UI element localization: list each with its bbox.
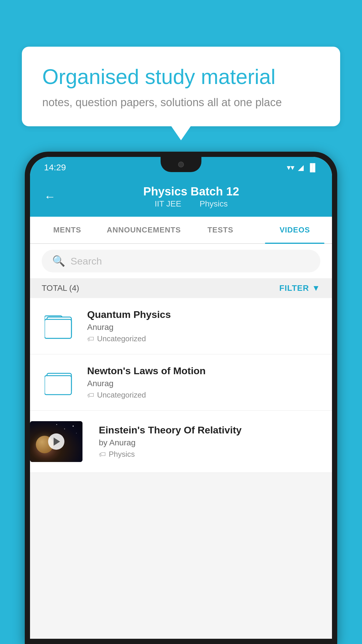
tag-icon: 🏷 [87,335,94,343]
einstein-thumbnail [30,421,82,462]
filter-button[interactable]: FILTER ▼ [279,284,320,293]
back-button[interactable]: ← [44,190,56,203]
phone-inner: 14:29 ▾▾ ◢ ▐▌ ← Physics Batch 12 IIT JEE [30,157,332,639]
folder-icon [45,369,74,396]
tag-text: Physics [109,450,135,459]
video-title: Quantum Physics [87,309,320,320]
folder-icon [45,313,74,339]
video-title: Newton's Laws of Motion [87,365,320,377]
video-tag: 🏷 Physics [99,450,320,459]
video-list: Quantum Physics Anurag 🏷 Uncategorized [30,298,332,473]
video-info-quantum: Quantum Physics Anurag 🏷 Uncategorized [87,309,320,343]
header-center: Physics Batch 12 IIT JEE Physics [64,185,318,209]
video-info-einstein: Einstein's Theory Of Relativity by Anura… [93,424,320,459]
header-title: Physics Batch 12 [64,185,318,198]
video-title: Einstein's Theory Of Relativity [99,424,320,436]
video-thumb-quantum [42,309,77,344]
header-subtitle-physics: Physics [200,199,228,208]
tag-text: Uncategorized [97,391,146,400]
space-background [30,421,82,462]
notch [161,157,201,172]
app-header: ← Physics Batch 12 IIT JEE Physics [30,178,332,217]
star3 [56,424,57,425]
search-placeholder-text: Search [71,256,102,267]
status-bar: 14:29 ▾▾ ◢ ▐▌ [30,157,332,178]
star2 [64,428,65,429]
video-tag: 🏷 Uncategorized [87,334,320,343]
battery-icon: ▐▌ [307,163,318,172]
phone-frame: 14:29 ▾▾ ◢ ▐▌ ← Physics Batch 12 IIT JEE [25,152,337,644]
video-author: Anurag [87,323,320,332]
tag-icon: 🏷 [99,450,106,459]
play-button[interactable] [48,433,64,450]
wifi-icon: ▾▾ [287,163,294,172]
list-item[interactable]: Quantum Physics Anurag 🏷 Uncategorized [30,298,332,354]
filter-label: FILTER [279,284,309,293]
filter-funnel-icon: ▼ [312,284,320,293]
search-icon: 🔍 [52,255,65,267]
star4 [76,433,77,433]
tab-videos[interactable]: VIDEOS [258,217,332,243]
bubble-title: Organised study material [42,64,320,89]
video-author: by Anurag [99,438,320,447]
app-background: Organised study material notes, question… [0,0,362,644]
search-container: 🔍 Search [30,244,332,278]
speech-bubble: Organised study material notes, question… [22,47,340,126]
speech-bubble-container: Organised study material notes, question… [22,47,340,126]
bubble-subtitle: notes, question papers, solutions all at… [42,96,320,109]
tab-ments[interactable]: MENTS [30,217,104,243]
status-icons: ▾▾ ◢ ▐▌ [287,163,318,172]
header-subtitle-iitjee: IIT JEE [155,199,181,208]
filter-bar: TOTAL (4) FILTER ▼ [30,278,332,298]
header-subtitle: IIT JEE Physics [64,199,318,209]
tabs-bar: MENTS ANNOUNCEMENTS TESTS VIDEOS [30,217,332,244]
search-box[interactable]: 🔍 Search [42,250,320,272]
tab-tests[interactable]: TESTS [183,217,257,243]
tag-text: Uncategorized [97,334,146,343]
tag-icon: 🏷 [87,391,94,399]
svg-rect-5 [45,376,71,395]
list-item[interactable]: Einstein's Theory Of Relativity by Anura… [30,411,332,473]
play-triangle-icon [54,438,60,446]
tab-announcements[interactable]: ANNOUNCEMENTS [104,217,183,243]
svg-rect-3 [45,319,71,338]
camera-dot [178,162,184,167]
status-time: 14:29 [44,162,66,172]
list-item[interactable]: Newton's Laws of Motion Anurag 🏷 Uncateg… [30,354,332,411]
video-tag: 🏷 Uncategorized [87,391,320,400]
video-info-newton: Newton's Laws of Motion Anurag 🏷 Uncateg… [87,365,320,400]
video-thumb-newton [42,365,77,400]
star1 [73,426,74,427]
total-count: TOTAL (4) [42,284,79,293]
signal-icon: ◢ [298,163,304,172]
video-author: Anurag [87,379,320,388]
